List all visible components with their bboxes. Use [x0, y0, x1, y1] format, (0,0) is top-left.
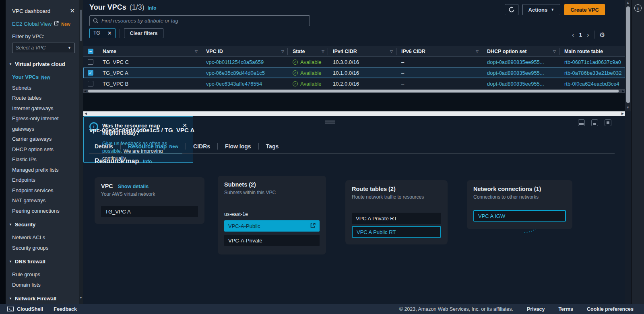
info-link[interactable]: Info [143, 159, 152, 164]
page-number[interactable]: 1 [579, 32, 582, 38]
sidebar-item-endpoints[interactable]: Endpoints [12, 175, 75, 185]
sidebar-item-elastic-ips[interactable]: Elastic IPs [12, 154, 75, 165]
cloudshell-link[interactable]: CloudShell [17, 306, 43, 312]
info-link[interactable]: Info [148, 5, 157, 11]
layout-side-panel-icon[interactable] [605, 119, 611, 126]
sidebar-item-managed-prefix-lists[interactable]: Managed prefix lists [12, 165, 75, 175]
sidebar-item-nat-gateways[interactable]: NAT gateways [12, 195, 75, 206]
table-row-selected[interactable]: ✓ TG_VPC A vpc-06e35c89d44d0e1c5 ✓Availa… [83, 68, 625, 78]
sidebar-item-your-vpcs[interactable]: Your VPCsNew [12, 72, 75, 83]
scroll-left-arrow-icon[interactable]: ◀ [85, 112, 87, 115]
table-row[interactable]: TG_VPC C vpc-0b01f1254c8a5a659 ✓Availabl… [83, 57, 625, 68]
vpc-card-title: VPC [101, 183, 113, 189]
remove-filter-icon[interactable]: ✕ [104, 29, 115, 38]
vpc-node[interactable]: TG_VPC A [101, 206, 198, 217]
scroll-down-arrow-icon[interactable]: ▼ [626, 106, 630, 109]
section-header-security[interactable]: ▼ Security [9, 222, 75, 228]
vpc-select-placeholder: Select a VPC [16, 45, 45, 51]
vpc-select[interactable]: Select a VPC ▼ [12, 43, 75, 53]
vpc-id-link[interactable]: vpc-0ec6343affe476554 [206, 81, 262, 87]
section-header-network-firewall[interactable]: ▼ Network Firewall [9, 296, 75, 302]
table-row[interactable]: TG_VPC B vpc-0ec6343affe476554 ✓Availabl… [83, 78, 625, 89]
cookie-preferences-link[interactable]: Cookie preferences [587, 306, 634, 312]
sidebar-item-security-groups[interactable]: Security groups [12, 243, 75, 253]
subnet-node-private[interactable]: VPC-A-Private [224, 235, 320, 246]
filter-funnel-icon[interactable]: ▽ [553, 49, 556, 53]
sidebar-item-internet-gateways[interactable]: Internet gateways [12, 103, 75, 114]
feedback-link[interactable]: Feedback [54, 306, 77, 312]
tab-flow-logs[interactable]: Flow logs [218, 140, 258, 153]
split-panel-scrollbar[interactable]: ◀ ▶ [83, 111, 625, 116]
filter-funnel-icon[interactable]: ▽ [390, 49, 393, 53]
sidebar-item-domain-lists[interactable]: Domain lists [12, 280, 75, 290]
section-header-virtual-private-cloud[interactable]: ▼ Virtual private cloud [9, 61, 75, 67]
main-route-table-link[interactable]: rtb-0f0ca624eacbd3ce4 [564, 81, 619, 87]
external-link-icon[interactable] [310, 223, 316, 229]
sidebar-item-rule-groups[interactable]: Rule groups [12, 269, 75, 280]
main-route-table-link[interactable]: rtb-0a786be33e21be032 [564, 70, 621, 76]
main-route-table-link[interactable]: rtb-06871c1ad0637c9a0 [564, 59, 621, 65]
scroll-left-arrow-icon[interactable]: ◀ [84, 89, 86, 93]
igw-node[interactable]: VPC A IGW [473, 210, 566, 222]
scroll-up-arrow-icon[interactable]: ▲ [626, 1, 630, 4]
preferences-gear-icon[interactable]: ⚙ [599, 31, 605, 39]
sidebar-close-icon[interactable]: ✕ [70, 7, 75, 14]
privacy-link[interactable]: Privacy [527, 306, 545, 312]
filter-funnel-icon[interactable]: ▽ [476, 49, 479, 53]
sidebar-item-carrier-gateways[interactable]: Carrier gateways [12, 134, 75, 144]
scrollbar-thumb[interactable] [88, 90, 619, 92]
show-details-link[interactable]: Show details [118, 184, 149, 189]
select-all-checkbox[interactable]: − [88, 49, 93, 54]
subnet-node-public[interactable]: VPC-A-Public [224, 220, 320, 232]
scrollbar-thumb[interactable] [80, 10, 82, 41]
filter-funnel-icon[interactable]: ▽ [322, 49, 324, 53]
new-badge: New [61, 22, 70, 27]
sidebar-item-ec2-global-view[interactable]: EC2 Global View New [12, 21, 75, 27]
sidebar-scrollbar[interactable]: ▼ [79, 0, 83, 304]
sidebar-item-endpoint-services[interactable]: Endpoint services [12, 185, 75, 196]
create-vpc-button[interactable]: Create VPC [564, 4, 605, 15]
table-horizontal-scrollbar[interactable]: ◀ ▶ [83, 89, 625, 93]
dhcp-option-set-link[interactable]: dopt-0ad890835ee955... [487, 70, 544, 76]
filter-funnel-icon[interactable]: ▽ [281, 49, 284, 53]
tab-details[interactable]: Details [95, 140, 120, 153]
dhcp-option-set-link[interactable]: dopt-0ad890835ee955... [487, 59, 544, 65]
tab-resource-map[interactable]: Resource mapNew [121, 140, 186, 153]
route-table-node-private[interactable]: VPC A Private RT [352, 213, 441, 224]
scroll-down-arrow-icon[interactable]: ▼ [79, 296, 83, 300]
search-input[interactable] [101, 18, 306, 24]
sidebar-item-network-acls[interactable]: Network ACLs [12, 232, 75, 243]
sidebar-item-egress-only[interactable]: Egress-only internet gateways [12, 113, 75, 134]
actions-button[interactable]: Actions ▼ [522, 4, 561, 15]
sidebar-item-subnets[interactable]: Subnets [12, 83, 75, 93]
scrollbar-thumb[interactable] [626, 6, 630, 103]
cloudshell-icon[interactable]: >_ [7, 306, 14, 312]
layout-bottom-small-panel-icon[interactable] [591, 119, 598, 126]
row-checkbox[interactable] [88, 81, 93, 86]
filter-funnel-icon[interactable]: ▽ [195, 49, 198, 53]
scroll-right-arrow-icon[interactable]: ▶ [622, 89, 624, 93]
help-info-icon[interactable]: i [634, 4, 642, 12]
vertical-scrollbar[interactable]: ▲ ▼ [625, 0, 631, 111]
previous-page-icon[interactable]: ‹ [572, 31, 574, 38]
terms-link[interactable]: Terms [558, 306, 573, 312]
tab-cidrs[interactable]: CIDRs [186, 140, 217, 153]
vpc-id-link[interactable]: vpc-0b01f1254c8a5a659 [206, 59, 264, 65]
sidebar-item-peering-connections[interactable]: Peering connections [12, 206, 75, 216]
tab-tags[interactable]: Tags [259, 140, 286, 153]
section-header-dns-firewall[interactable]: ▼ DNS firewall [9, 259, 75, 265]
dhcp-option-set-link[interactable]: dopt-0ad890835ee955... [487, 81, 544, 87]
layout-bottom-panel-icon[interactable] [578, 119, 585, 126]
clear-filters-button[interactable]: Clear filters [124, 28, 164, 38]
split-panel-drag-handle[interactable] [325, 121, 335, 125]
row-checkbox[interactable]: ✓ [88, 70, 93, 76]
next-page-icon[interactable]: › [587, 31, 589, 38]
row-checkbox[interactable] [88, 59, 93, 65]
vpc-id-link[interactable]: vpc-06e35c89d44d0e1c5 [206, 70, 265, 76]
route-table-node-public[interactable]: VPC A Public RT [352, 226, 441, 238]
ec2-global-view-link[interactable]: EC2 Global View [12, 21, 52, 27]
sidebar-item-route-tables[interactable]: Route tables [12, 93, 75, 103]
scroll-right-arrow-icon[interactable]: ▶ [621, 112, 624, 115]
refresh-button[interactable] [505, 4, 518, 15]
sidebar-item-dhcp-option-sets[interactable]: DHCP option sets [12, 144, 75, 155]
